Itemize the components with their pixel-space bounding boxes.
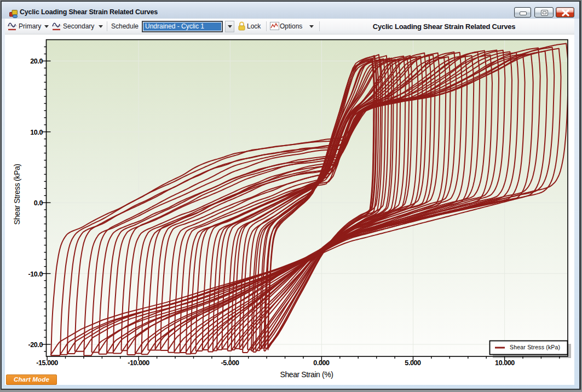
svg-text:Shear Strain (%): Shear Strain (%) — [280, 370, 333, 379]
svg-text:Shear Stress (kPa): Shear Stress (kPa) — [13, 164, 21, 224]
svg-text:10.0: 10.0 — [30, 129, 43, 136]
svg-text:-10.0: -10.0 — [28, 270, 43, 278]
svg-text:5.000: 5.000 — [405, 359, 421, 367]
svg-text:-10.000: -10.000 — [128, 359, 149, 367]
svg-text:0.0: 0.0 — [34, 199, 43, 207]
svg-text:-20.0: -20.0 — [28, 341, 43, 349]
svg-text:0.000: 0.000 — [313, 359, 330, 367]
svg-text:-5.000: -5.000 — [221, 359, 239, 367]
svg-text:20.0: 20.0 — [30, 57, 43, 65]
svg-text:10.000: 10.000 — [495, 359, 515, 367]
svg-text:-15.000: -15.000 — [36, 359, 58, 367]
svg-text:Shear Stress (kPa): Shear Stress (kPa) — [510, 344, 560, 350]
